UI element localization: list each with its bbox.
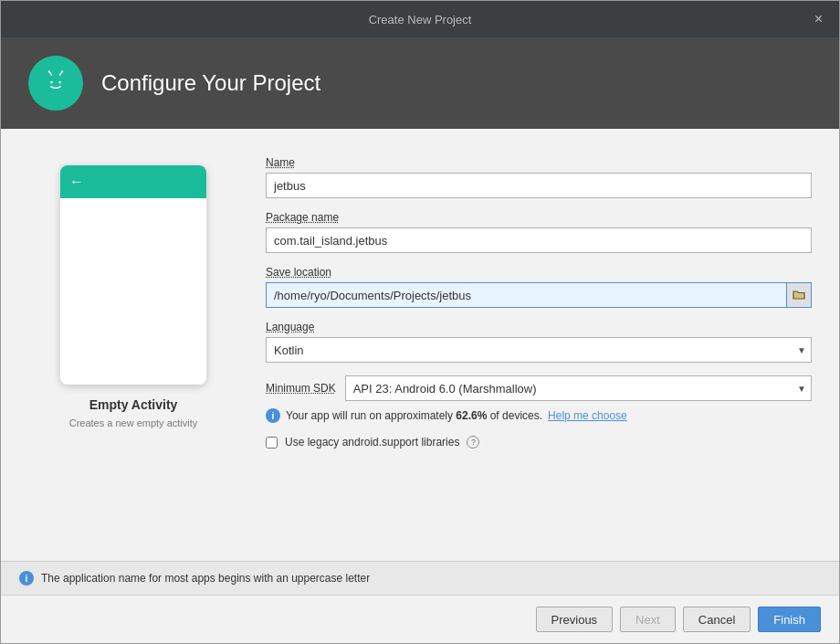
legacy-support-checkbox[interactable]: [266, 437, 278, 449]
svg-point-5: [48, 70, 50, 72]
sdk-select[interactable]: API 23: Android 6.0 (Marshmallow) API 21…: [345, 375, 812, 401]
bottom-info-bar: i The application name for most apps beg…: [1, 561, 839, 595]
save-location-field: [266, 282, 812, 308]
next-button[interactable]: Next: [620, 607, 676, 632]
cancel-button[interactable]: Cancel: [683, 607, 751, 632]
sdk-info-row: i Your app will run on approximately 62.…: [266, 408, 812, 423]
sdk-row: Minimum SDK API 23: Android 6.0 (Marshma…: [266, 375, 812, 401]
bottom-info-text: The application name for most apps begin…: [41, 572, 370, 585]
activity-desc: Creates a new empty activity: [69, 417, 198, 428]
phone-header: ←: [60, 165, 206, 198]
save-location-input[interactable]: [266, 282, 786, 308]
svg-point-6: [61, 70, 63, 72]
finish-button[interactable]: Finish: [758, 607, 821, 632]
save-location-label: Save location: [266, 266, 812, 279]
sdk-select-container: API 23: Android 6.0 (Marshmallow) API 21…: [345, 375, 812, 401]
button-bar: Previous Next Cancel Finish: [1, 595, 839, 643]
form-panel: Name Package name Save location: [266, 156, 812, 533]
name-group: Name: [266, 156, 812, 198]
android-icon: [39, 67, 72, 100]
page-title: Configure Your Project: [101, 70, 320, 96]
help-me-choose-link[interactable]: Help me choose: [548, 409, 627, 422]
main-content: ← Empty Activity Creates a new empty act…: [1, 129, 839, 561]
sdk-info-text: Your app will run on approximately 62.6%…: [286, 409, 542, 422]
phone-preview: ←: [60, 165, 206, 385]
language-select[interactable]: Kotlin Java: [266, 337, 812, 363]
svg-point-1: [50, 81, 53, 84]
folder-icon: [793, 290, 805, 301]
sdk-label: Minimum SDK: [266, 382, 336, 395]
title-bar-text: Create New Project: [369, 13, 472, 26]
package-input[interactable]: [266, 227, 812, 253]
legacy-support-row: Use legacy android.support libraries ?: [266, 436, 812, 449]
help-tooltip-icon[interactable]: ?: [467, 436, 479, 449]
name-input[interactable]: [266, 173, 812, 198]
svg-point-0: [44, 71, 67, 94]
language-group: Language Kotlin Java ▼: [266, 321, 812, 363]
save-location-group: Save location: [266, 266, 812, 308]
language-label: Language: [266, 321, 812, 333]
previous-button[interactable]: Previous: [536, 607, 614, 632]
left-panel: ← Empty Activity Creates a new empty act…: [28, 156, 238, 533]
main-window: Create New Project × Configure Your Proj…: [0, 0, 840, 644]
browse-folder-button[interactable]: [786, 282, 812, 308]
title-bar: Create New Project ×: [1, 1, 839, 37]
android-logo: [28, 56, 83, 111]
package-label: Package name: [266, 211, 812, 224]
package-group: Package name: [266, 211, 812, 253]
language-select-container: Kotlin Java ▼: [266, 337, 812, 363]
svg-point-2: [58, 81, 61, 84]
phone-body: [60, 198, 206, 385]
header: Configure Your Project: [1, 37, 839, 129]
back-arrow-icon: ←: [69, 174, 84, 189]
info-icon: i: [266, 408, 280, 423]
legacy-support-label: Use legacy android.support libraries: [285, 436, 459, 449]
activity-label: Empty Activity: [89, 397, 178, 412]
bottom-info-icon: i: [19, 571, 34, 586]
close-button[interactable]: ×: [809, 10, 828, 28]
name-label: Name: [266, 156, 812, 169]
